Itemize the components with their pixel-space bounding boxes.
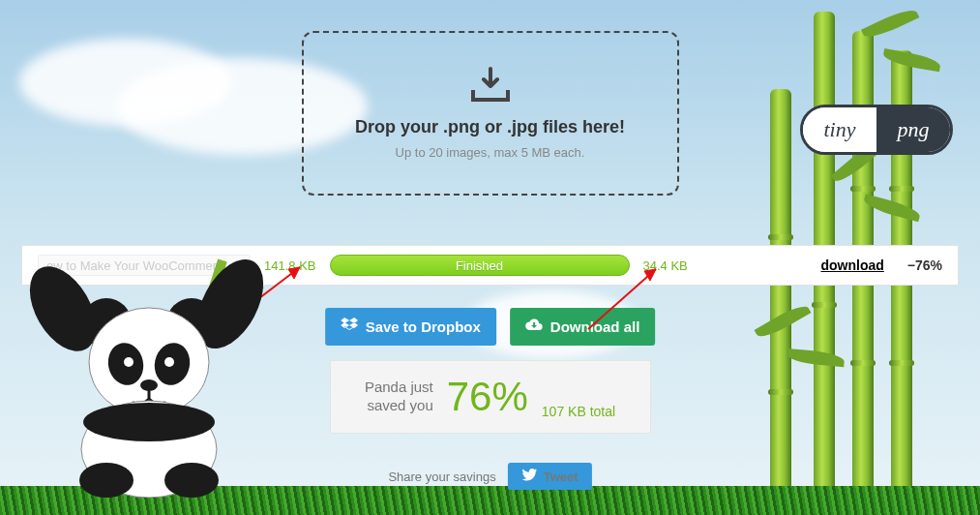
svg-marker-1 xyxy=(288,267,300,279)
save-to-dropbox-label: Save to Dropbox xyxy=(366,318,481,335)
dropzone-subtitle: Up to 20 images, max 5 MB each. xyxy=(396,145,585,160)
svg-point-12 xyxy=(124,357,134,367)
svg-point-16 xyxy=(83,403,215,441)
svg-point-17 xyxy=(79,463,134,498)
save-to-dropbox-button[interactable]: Save to Dropbox xyxy=(325,308,496,346)
savings-percent: 76% xyxy=(447,374,528,420)
bamboo-leaf-decor xyxy=(786,348,845,367)
svg-line-2 xyxy=(588,269,656,329)
download-tray-icon xyxy=(467,67,514,109)
tweet-label: Tweet xyxy=(544,470,579,484)
panda-mascot xyxy=(29,256,271,498)
dropzone-title: Drop your .png or .jpg files here! xyxy=(355,117,625,137)
twitter-icon xyxy=(521,469,537,484)
svg-point-18 xyxy=(164,463,219,498)
result-download-link[interactable]: download xyxy=(820,258,883,273)
bamboo-decor xyxy=(770,89,791,515)
cloud-download-icon xyxy=(525,318,543,335)
annotation-arrow-after xyxy=(580,259,668,337)
dropbox-icon xyxy=(341,318,358,336)
tinypng-logo[interactable]: tiny png xyxy=(800,105,953,155)
share-label: Share your savings xyxy=(388,470,495,484)
result-status: Finished xyxy=(456,258,503,273)
upload-dropzone[interactable]: Drop your .png or .jpg files here! Up to… xyxy=(302,31,679,196)
bamboo-leaf-decor xyxy=(861,5,919,42)
savings-summary: Panda just saved you 76% 107 KB total xyxy=(330,360,651,434)
tweet-button[interactable]: Tweet xyxy=(508,463,592,490)
logo-right: png xyxy=(876,107,950,152)
savings-lead-text: Panda just saved you xyxy=(365,379,433,415)
logo-left: tiny xyxy=(803,107,876,152)
share-row: Share your savings Tweet xyxy=(388,463,591,490)
svg-point-13 xyxy=(164,357,174,367)
savings-total: 107 KB total xyxy=(542,404,615,419)
svg-point-14 xyxy=(140,379,158,391)
result-savings-percent: −76% xyxy=(907,258,942,273)
